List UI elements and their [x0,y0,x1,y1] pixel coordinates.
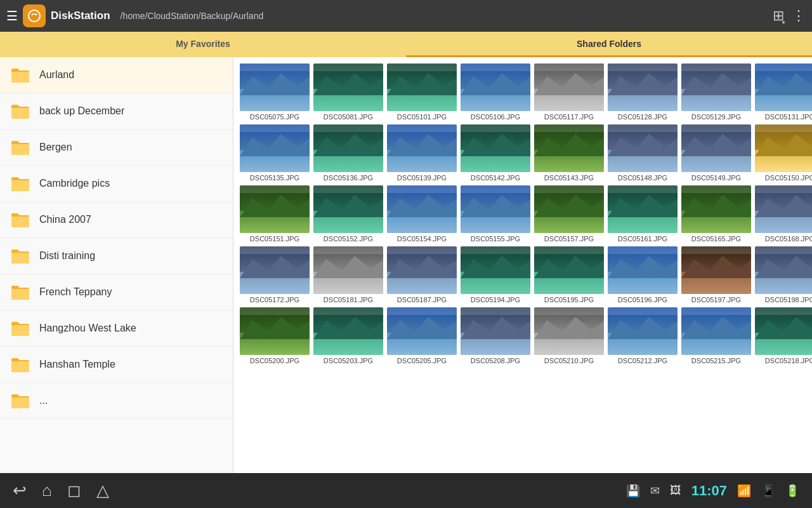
photo-item[interactable]: DSC05152.JPG [313,185,383,243]
photo-label: DSC05215.JPG [681,357,751,364]
clock: 11:07 [691,483,727,499]
photo-item[interactable]: DSC05197.JPG [681,246,751,304]
recents-button[interactable]: ◻ [67,481,81,500]
sidebar-item-backup-december[interactable]: back up December [0,93,233,130]
photo-item[interactable]: DSC05165.JPG [681,185,751,243]
photo-item[interactable]: DSC05131.JPG [755,64,812,121]
photo-label: DSC05181.JPG [313,296,383,304]
photo-grid: DSC05075.JPGDSC05081.JPGDSC05101.JPGDSC0… [240,64,806,364]
photo-item[interactable]: DSC05148.JPG [608,124,678,182]
photo-thumbnail [534,246,604,294]
photo-label: DSC05142.JPG [461,174,530,182]
menu-icon[interactable]: ☰ [6,8,18,23]
photo-item[interactable]: DSC05142.JPG [461,124,530,182]
folder-icon [10,247,30,265]
topbar: ☰ DiskStation /home/CloudStation/Backup/… [0,0,812,32]
photo-item[interactable]: DSC05208.JPG [461,307,530,364]
photo-item[interactable]: DSC05117.JPG [534,64,604,121]
photo-item[interactable]: DSC05172.JPG [240,246,310,304]
photo-grid-area: DSC05075.JPGDSC05081.JPGDSC05101.JPGDSC0… [233,57,812,508]
photo-item[interactable]: DSC05215.JPG [681,307,751,364]
photo-label: DSC05128.JPG [608,113,678,121]
photo-thumbnail [534,64,604,111]
photo-thumbnail [240,64,310,111]
photo-item[interactable]: DSC05151.JPG [240,185,310,243]
photo-label: DSC05143.JPG [534,174,604,182]
photo-thumbnail [461,64,530,111]
photo-label: DSC05101.JPG [387,113,457,121]
sidebar-item-china[interactable]: China 2007 [0,202,233,238]
photo-thumbnail [755,307,812,355]
photo-thumbnail [387,246,457,294]
photo-label: DSC05161.JPG [608,235,678,243]
photo-item[interactable]: DSC05128.JPG [608,64,678,121]
sidebar-item-bergen[interactable]: Bergen [0,130,233,166]
sidebar-item-cambridge[interactable]: Cambridge pics [0,166,233,202]
photo-item[interactable]: DSC05168.JPG [755,185,812,243]
photo-item[interactable]: DSC05196.JPG [608,246,678,304]
photo-thumbnail [755,124,812,172]
menu-button[interactable]: △ [96,481,109,500]
sidebar-item-label: back up December [39,105,124,117]
photo-label: DSC05196.JPG [608,296,678,304]
sidebar-item-french[interactable]: French Teppany [0,274,233,311]
photo-item[interactable]: DSC05081.JPG [313,64,383,121]
photo-item[interactable]: DSC05143.JPG [534,124,604,182]
photo-item[interactable]: DSC05187.JPG [387,246,457,304]
photo-item[interactable]: DSC05106.JPG [461,64,530,121]
photo-item[interactable]: DSC05136.JPG [313,124,383,182]
photo-item[interactable]: DSC05218.JPG [755,307,812,364]
photo-item[interactable]: DSC05205.JPG [387,307,457,364]
photo-item[interactable]: DSC05210.JPG [534,307,604,364]
sidebar-item-hanshan[interactable]: Hanshan Temple [0,347,233,383]
folder-icon [10,66,30,84]
photo-item[interactable]: DSC05154.JPG [387,185,457,243]
photo-thumbnail [534,124,604,172]
sidebar-item-hangzhou[interactable]: Hangzhou West Lake [0,311,233,347]
photo-thumbnail [313,307,383,355]
photo-item[interactable]: DSC05157.JPG [534,185,604,243]
sidebar-item-more[interactable]: ... [0,383,233,419]
tab-shared-folders[interactable]: Shared Folders [406,32,812,57]
photo-item[interactable]: DSC05198.JPG [755,246,812,304]
photo-item[interactable]: DSC05135.JPG [240,124,310,182]
photo-item[interactable]: DSC05150.JPG [755,124,812,182]
back-button[interactable]: ↩ [13,481,27,500]
sidebar-item-aurland[interactable]: Aurland [0,57,233,93]
tab-favorites[interactable]: My Favorites [0,32,406,57]
photo-item[interactable]: DSC05181.JPG [313,246,383,304]
photo-label: DSC05203.JPG [313,357,383,364]
photo-label: DSC05198.JPG [755,296,812,304]
photo-item[interactable]: DSC05203.JPG [313,307,383,364]
photo-thumbnail [461,124,530,172]
photo-item[interactable]: DSC05194.JPG [461,246,530,304]
photo-item[interactable]: DSC05161.JPG [608,185,678,243]
photo-item[interactable]: DSC05101.JPG [387,64,457,121]
photo-label: DSC05151.JPG [240,235,310,243]
photo-item[interactable]: DSC05155.JPG [461,185,530,243]
photo-thumbnail [681,124,751,172]
photo-item[interactable]: DSC05212.JPG [608,307,678,364]
photo-item[interactable]: DSC05149.JPG [681,124,751,182]
photo-thumbnail [755,185,812,233]
sidebar-item-disti[interactable]: Disti training [0,238,233,274]
photo-label: DSC05139.JPG [387,174,457,182]
photo-label: DSC05131.JPG [755,113,812,121]
signal-icon: 📱 [761,484,775,498]
photo-label: DSC05197.JPG [681,296,751,304]
photo-item[interactable]: DSC05075.JPG [240,64,310,121]
photo-label: DSC05148.JPG [608,174,678,182]
photo-item[interactable]: DSC05200.JPG [240,307,310,364]
more-options-icon[interactable]: ⋮ [792,8,806,24]
grid-view-button[interactable]: ⊞ [773,8,784,24]
photo-item[interactable]: DSC05195.JPG [534,246,604,304]
sidebar-item-label: Disti training [39,250,95,262]
photo-label: DSC05194.JPG [461,296,530,304]
photo-item[interactable]: DSC05129.JPG [681,64,751,121]
photo-label: DSC05149.JPG [681,174,751,182]
photo-item[interactable]: DSC05139.JPG [387,124,457,182]
sidebar-item-label: Hanshan Temple [39,359,115,370]
photo-thumbnail [461,246,530,294]
home-button[interactable]: ⌂ [42,481,52,500]
photo-thumbnail [608,185,678,233]
